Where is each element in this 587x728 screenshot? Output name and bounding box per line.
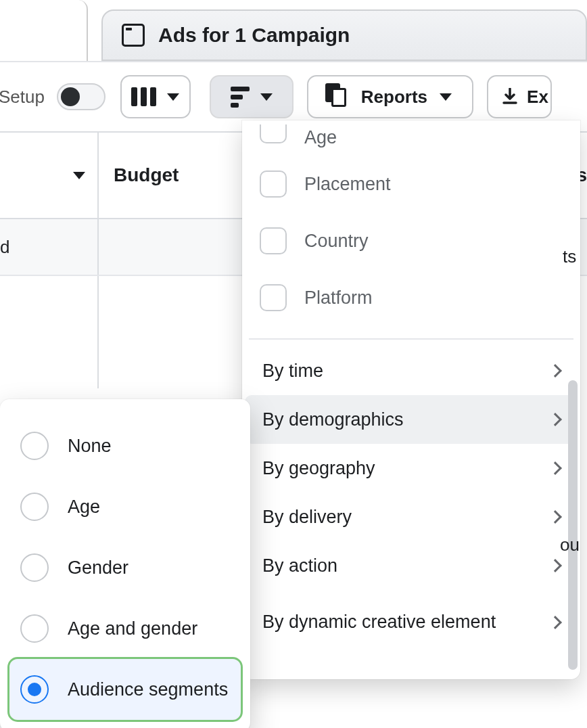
row-name-peek: d [0,237,9,258]
checkbox-label: Age [304,127,337,148]
caret-down-icon [167,93,179,101]
breakdown-icon [231,87,250,108]
chevron-right-icon [548,510,562,524]
breakdown-button[interactable] [210,75,294,118]
radio-none[interactable]: None [9,415,241,476]
chevron-right-icon [548,413,562,426]
checkbox-label: Placement [304,174,391,195]
reports-icon [329,87,349,107]
results-cell-peek: ts [563,246,580,267]
reports-button[interactable]: Reports [307,75,473,118]
export-label: Ex [527,87,548,108]
radio-age-gender[interactable]: Age and gender [9,598,241,659]
tab-ads-label: Ads for 1 Campaign [158,24,350,47]
checkbox-row-country[interactable]: Country [242,212,580,269]
columns-button[interactable] [120,75,191,118]
group-by-time[interactable]: By time [245,346,578,395]
demographics-submenu: None Age Gender Age and gender Audience … [0,399,250,728]
group-by-action[interactable]: By action [245,541,578,590]
columns-icon [131,87,156,106]
group-by-delivery[interactable]: By delivery [245,493,578,541]
group-label: By demographics [262,409,404,430]
review-setup-toggle[interactable] [57,83,105,110]
checkbox[interactable] [260,170,287,198]
group-by-geography[interactable]: By geography [245,444,578,493]
radio-audience-segments[interactable]: Audience segments [9,659,241,720]
caret-down-icon [260,93,273,101]
ad-icon [122,24,145,47]
radio-icon [20,614,49,643]
budget-header-label: Budget [114,164,179,186]
group-label: By action [262,555,337,576]
scrollbar[interactable] [568,380,578,670]
checkbox-row-placement[interactable]: Placement [242,156,580,212]
radio-icon [20,493,49,521]
caret-down-icon [73,172,85,179]
chevron-right-icon [548,616,562,629]
download-icon [502,88,517,106]
checkbox-label: Platform [304,288,373,309]
tab-ads[interactable]: Ads for 1 Campaign [101,9,587,61]
chevron-right-icon [548,559,562,572]
checkbox-row-age[interactable]: Age [242,123,580,156]
checkbox-label: Country [304,231,369,252]
radio-icon [20,553,49,582]
radio-icon [20,675,49,704]
radio-label: Age [68,497,100,518]
reports-label: Reports [361,87,427,108]
radio-icon [20,432,49,460]
group-label: By delivery [262,507,352,528]
export-button[interactable]: Ex [487,75,552,118]
review-setup-label: w Setup [0,87,45,108]
group-by-dynamic-creative[interactable]: By dynamic creative element [245,590,578,655]
group-label: By time [262,361,323,382]
checkbox[interactable] [260,227,287,254]
radio-age[interactable]: Age [9,476,241,537]
chevron-right-icon [548,364,562,378]
cell-peek: ou [560,534,580,555]
checkbox[interactable] [260,124,287,143]
caret-down-icon [440,93,452,101]
radio-label: Age and gender [68,618,197,639]
checkbox[interactable] [260,284,287,311]
checkbox-row-platform[interactable]: Platform [242,269,580,326]
tab-active-prev[interactable] [0,0,88,61]
radio-gender[interactable]: Gender [9,537,241,598]
divider [249,338,573,340]
ads-manager-view: Ads for 1 Campaign w Setup Reports Ex [0,0,587,728]
row-name-cell: d [0,219,99,275]
breakdown-dropdown-panel: Age Placement Country Platform By time B… [242,120,580,679]
radio-label: Gender [68,558,128,578]
radio-label: None [68,436,112,457]
column-header-prev[interactable] [0,133,99,218]
group-by-demographics[interactable]: By demographics [245,395,578,444]
group-label: By dynamic creative element [262,611,496,634]
group-label: By geography [262,458,375,479]
radio-label: Audience segments [68,679,228,700]
chevron-right-icon [548,461,562,475]
tab-bar: Ads for 1 Campaign [0,0,587,61]
